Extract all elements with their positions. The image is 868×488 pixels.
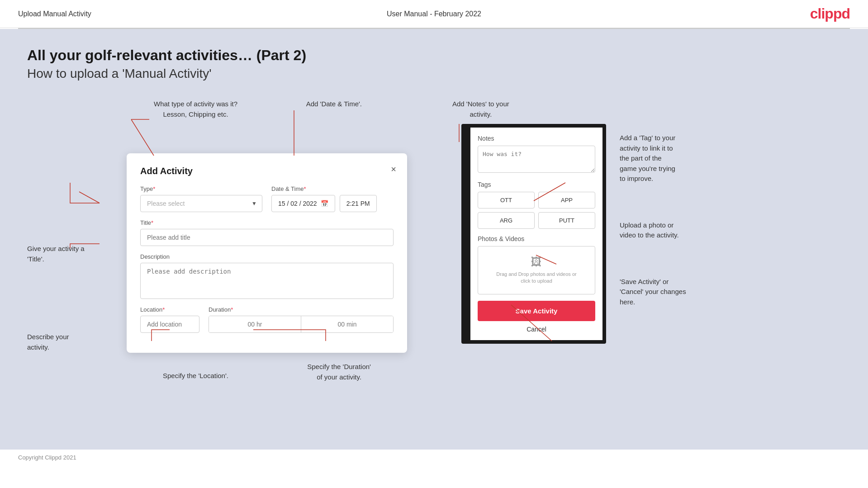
notes-label: Notes <box>478 135 595 142</box>
top-annotations: What type of activity was it?Lesson, Chi… <box>127 99 407 149</box>
phone-and-right-anns: Notes Tags OTT APP ARG PUTT Photos & Vid… <box>425 124 686 344</box>
logo: clippd <box>810 5 850 22</box>
tag-ott[interactable]: OTT <box>478 192 535 208</box>
modal-section: What type of activity was it?Lesson, Chi… <box>127 99 407 398</box>
date-value: 15 / 02 / 2022 <box>278 200 317 207</box>
description-input[interactable] <box>140 263 394 299</box>
time-input[interactable]: 2:21 PM <box>340 195 377 212</box>
duration-hr-input[interactable] <box>209 316 301 332</box>
notes-annotation: Add 'Notes' to youractivity. <box>452 99 509 119</box>
tags-label: Tags <box>478 181 595 188</box>
photos-text: Drag and Drop photos and videos orclick … <box>487 271 586 285</box>
duration-annotation: Specify the 'Duration'of your activity. <box>307 362 371 382</box>
phone-mockup: Notes Tags OTT APP ARG PUTT Photos & Vid… <box>461 124 606 344</box>
tag-putt[interactable]: PUTT <box>538 212 595 229</box>
save-activity-button[interactable]: Save Activity <box>478 301 595 321</box>
upload-photo-annotation: Upload a photo orvideo to the activity. <box>620 220 686 241</box>
add-date-time-annotation: Add 'Date & Time'. <box>306 99 362 109</box>
description-label: Description <box>140 253 394 260</box>
add-tag-annotation: Add a 'Tag' to youractivity to link it t… <box>620 133 686 184</box>
location-input[interactable] <box>140 316 199 333</box>
bottom-annotations: Specify the 'Location'. Specify the 'Dur… <box>127 362 407 398</box>
type-select[interactable]: Please select <box>140 195 262 212</box>
location-annotation: Specify the 'Location'. <box>163 371 228 381</box>
location-duration-row: Location* Duration* <box>140 306 394 333</box>
description-group: Description <box>140 253 394 299</box>
date-time-group: Date & Time* 15 / 02 / 2022 📅 2:21 PM <box>271 185 394 212</box>
give-title-annotation: Give your activity a'Title'. <box>27 244 127 264</box>
title-input[interactable] <box>140 229 394 246</box>
page-title: Upload Manual Activity <box>18 10 91 18</box>
tag-arg[interactable]: ARG <box>478 212 535 229</box>
date-input[interactable]: 15 / 02 / 2022 📅 <box>271 195 335 212</box>
right-annotations: Add a 'Tag' to youractivity to link it t… <box>620 124 686 307</box>
describe-annotation: Describe youractivity. <box>27 332 127 352</box>
time-value: 2:21 PM <box>346 200 370 207</box>
duration-inputs <box>209 316 394 333</box>
page-subheading: How to upload a 'Manual Activity' <box>27 66 841 81</box>
copyright: Copyright Clippd 2021 <box>18 454 76 461</box>
tag-app[interactable]: APP <box>538 192 595 208</box>
save-cancel-annotation: 'Save Activity' or'Cancel' your changesh… <box>620 277 686 308</box>
cancel-link[interactable]: Cancel <box>478 326 595 333</box>
photos-label: Photos & Videos <box>478 235 595 242</box>
location-group: Location* <box>140 306 199 333</box>
page-subtitle: User Manual - February 2022 <box>387 10 481 18</box>
left-annotations: Give your activity a'Title'. Describe yo… <box>27 99 127 352</box>
what-type-annotation: What type of activity was it?Lesson, Chi… <box>154 99 237 119</box>
date-time-row: 15 / 02 / 2022 📅 2:21 PM <box>271 195 394 212</box>
date-time-label: Date & Time* <box>271 185 394 192</box>
add-activity-modal: Add Activity × Type* Please select ▼ <box>127 153 407 353</box>
title-label: Title* <box>140 219 394 226</box>
type-select-wrapper[interactable]: Please select ▼ <box>140 195 262 212</box>
right-section: Add 'Notes' to youractivity. Notes Tags … <box>407 99 841 344</box>
location-label: Location* <box>140 306 199 313</box>
tags-grid: OTT APP ARG PUTT <box>478 192 595 229</box>
title-group: Title* <box>140 219 394 246</box>
phone-inner: Notes Tags OTT APP ARG PUTT Photos & Vid… <box>470 128 602 340</box>
modal-title: Add Activity <box>140 166 394 176</box>
type-label: Type* <box>140 185 262 192</box>
main-content: All your golf-relevant activities… (Part… <box>0 29 868 450</box>
type-date-row: Type* Please select ▼ Date & Time* <box>140 185 394 212</box>
duration-label: Duration* <box>209 306 394 313</box>
photos-area[interactable]: 🖼 Drag and Drop photos and videos orclic… <box>478 246 595 294</box>
footer: Copyright Clippd 2021 <box>0 450 868 465</box>
top-bar: Upload Manual Activity User Manual - Feb… <box>0 0 868 28</box>
duration-min-input[interactable] <box>301 316 393 332</box>
page-heading: All your golf-relevant activities… (Part… <box>27 47 841 64</box>
calendar-icon: 📅 <box>321 200 328 207</box>
photo-icon: 🖼 <box>487 256 586 268</box>
notes-input[interactable] <box>478 146 595 173</box>
modal-close-button[interactable]: × <box>391 164 396 175</box>
duration-group: Duration* <box>209 306 394 333</box>
type-group: Type* Please select ▼ <box>140 185 262 212</box>
